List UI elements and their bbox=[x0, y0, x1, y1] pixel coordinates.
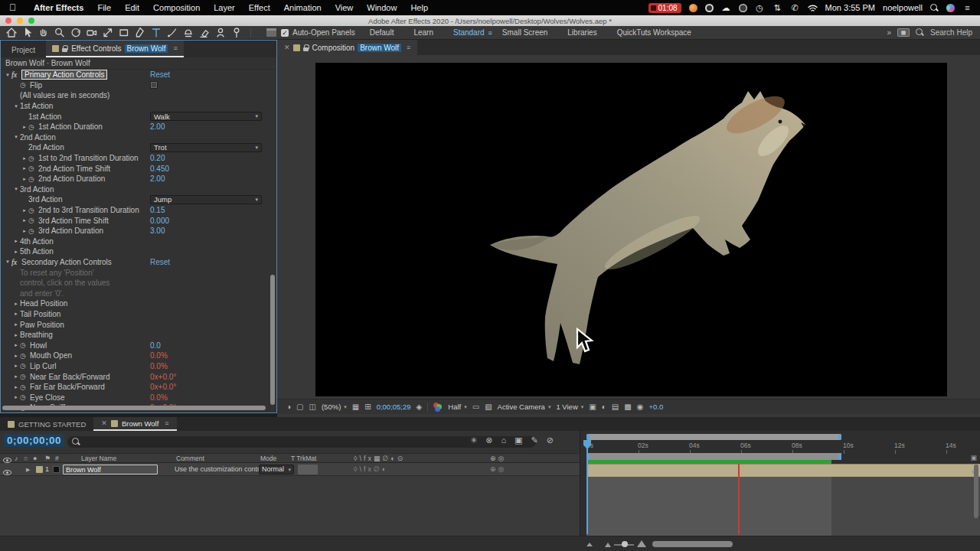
composition-mini-flowchart-icon[interactable]: ✳ bbox=[470, 435, 477, 445]
home-tool-icon[interactable] bbox=[3, 27, 19, 39]
param-value[interactable]: 0x+0.0° bbox=[150, 383, 176, 391]
param-value[interactable]: 0x+0.0° bbox=[150, 373, 176, 381]
twirl-closed-icon[interactable]: ▸ bbox=[12, 342, 20, 348]
tab-composition[interactable]: ✕ Composition Brown Wolf ≡ bbox=[277, 40, 417, 55]
workspace-tab-standard[interactable]: Standard bbox=[443, 28, 495, 37]
twirl-closed-icon[interactable]: ▸ bbox=[12, 353, 20, 359]
phone-icon[interactable]: ✆ bbox=[790, 3, 800, 13]
roto-brush-tool-icon[interactable] bbox=[212, 27, 228, 39]
transparency-grid-icon[interactable]: ▧ bbox=[485, 403, 492, 411]
layer-visibility-toggle[interactable] bbox=[3, 470, 11, 475]
twirl-closed-icon[interactable]: ▸ bbox=[12, 249, 20, 255]
pixel-aspect-icon[interactable]: ▣ bbox=[589, 403, 596, 411]
param-dropdown[interactable]: Walk▾ bbox=[150, 112, 262, 121]
menu-item-layer[interactable]: Layer bbox=[207, 3, 242, 12]
expand-toggle-icon[interactable] bbox=[586, 543, 593, 546]
panel-menu-icon[interactable]: ≡ bbox=[165, 419, 168, 427]
menu-item-view[interactable]: View bbox=[328, 3, 361, 12]
hide-shy-layers-icon[interactable]: ⌂ bbox=[501, 435, 506, 445]
menu-item-file[interactable]: File bbox=[90, 3, 118, 12]
share-frame-icon[interactable]: ◫ bbox=[309, 403, 316, 411]
stopwatch-icon[interactable]: ◷ bbox=[20, 383, 30, 391]
menu-bar-user[interactable]: noelpowell bbox=[883, 3, 923, 12]
effect-row-2nd-action-time-shift[interactable]: ▸◷2nd Action Time Shift0.450 bbox=[1, 163, 276, 174]
stopwatch-icon[interactable]: ◷ bbox=[28, 123, 38, 131]
twirl-closed-icon[interactable]: ▸ bbox=[21, 217, 28, 223]
effect-row-1st-to-2nd-transition-duration[interactable]: ▸◷1st to 2nd Transition Duration0.20 bbox=[1, 153, 276, 164]
param-value[interactable]: 0.0 bbox=[150, 341, 161, 350]
grid-guides-icon[interactable]: ▦ bbox=[352, 403, 359, 411]
layer-row[interactable]: ▶ 1 Brown Wolf Use the customization con… bbox=[0, 463, 580, 476]
effect-row-control-click-on-the-values[interactable]: control, click on the values bbox=[1, 278, 276, 289]
pen-tool-icon[interactable] bbox=[132, 27, 148, 39]
reset-link[interactable]: Reset bbox=[150, 258, 170, 266]
twirl-open-icon[interactable]: ▾ bbox=[4, 259, 11, 265]
menu-item-window[interactable]: Window bbox=[360, 3, 403, 12]
effect-row-3rd-action-time-shift[interactable]: ▸◷3rd Action Time Shift0.000 bbox=[1, 215, 276, 226]
param-value[interactable]: 3.00 bbox=[150, 227, 165, 235]
stopwatch-icon[interactable]: ◷ bbox=[20, 393, 30, 401]
type-tool-icon[interactable] bbox=[148, 27, 164, 39]
effect-row-near-ear-back-forward[interactable]: ▸◷Near Ear Back/Forward0x+0.0° bbox=[1, 371, 276, 382]
stopwatch-icon[interactable]: ◷ bbox=[28, 175, 38, 183]
ring-app-icon[interactable] bbox=[705, 4, 714, 12]
reset-exposure-icon[interactable]: ◉ bbox=[637, 403, 644, 411]
twirl-closed-icon[interactable]: ▸ bbox=[21, 228, 28, 234]
layer-switches-icons[interactable]: ◊\fx∅◐ bbox=[354, 463, 388, 476]
timeline-zoom-knob[interactable] bbox=[622, 541, 628, 547]
twirl-closed-icon[interactable]: ▸ bbox=[21, 165, 28, 171]
search-help-input[interactable]: Search Help bbox=[930, 28, 972, 37]
effect-row-3rd-action[interactable]: 3rd ActionJump▾ bbox=[1, 194, 276, 205]
workspace-tab-libraries[interactable]: Libraries bbox=[557, 28, 606, 37]
magnification-dropdown[interactable]: (50%)▾ bbox=[322, 403, 347, 411]
twirl-open-icon[interactable]: ▾ bbox=[12, 103, 20, 109]
workspace-overflow-icon[interactable]: » bbox=[887, 28, 891, 37]
comp-button-icon[interactable]: ▣ bbox=[970, 454, 977, 461]
playhead-line[interactable] bbox=[586, 440, 588, 534]
wifi-icon[interactable] bbox=[808, 3, 818, 13]
navigator-end-handle[interactable] bbox=[838, 434, 841, 440]
menu-item-after-effects[interactable]: After Effects bbox=[27, 3, 90, 12]
menu-item-help[interactable]: Help bbox=[403, 3, 435, 12]
timeline-tab-getting-started[interactable]: GETTING STARTED bbox=[0, 417, 93, 431]
effect-row-tail-position[interactable]: ▸Tail Position bbox=[1, 309, 276, 320]
apple-icon[interactable]: ︎ bbox=[9, 2, 16, 13]
stopwatch-icon[interactable]: ◷ bbox=[28, 207, 38, 214]
twirl-closed-icon[interactable]: ▸ bbox=[12, 311, 20, 317]
workspace-tab-default[interactable]: Default bbox=[360, 28, 404, 37]
preview-timecode[interactable]: 0;00;05;29 bbox=[377, 403, 411, 411]
hand-tool-icon[interactable] bbox=[35, 27, 51, 39]
effect-row-far-ear-back-forward[interactable]: ▸◷Far Ear Back/Forward0x+0.0° bbox=[1, 382, 276, 393]
param-value[interactable]: 2.00 bbox=[150, 122, 165, 131]
param-value[interactable]: 0.0% bbox=[150, 393, 168, 402]
fast-previews-icon[interactable]: ◐ bbox=[602, 403, 606, 411]
twirl-closed-icon[interactable]: ▸ bbox=[12, 373, 20, 380]
siri-icon[interactable] bbox=[946, 4, 955, 12]
layer-color-swatch[interactable] bbox=[36, 466, 43, 473]
layer-comment[interactable]: Use the customization controls bbox=[175, 463, 269, 476]
effect-row-and-enter-0-[interactable]: and enter '0'. bbox=[1, 288, 276, 298]
effect-row-1st-action-duration[interactable]: ▸◷1st Action Duration2.00 bbox=[1, 122, 276, 132]
current-time-field[interactable]: 0;00;00;00 bbox=[4, 434, 64, 447]
stopwatch-icon[interactable]: ◷ bbox=[20, 362, 30, 370]
updown-arrows-icon[interactable]: ⇅ bbox=[773, 3, 782, 13]
shape-tool-icon[interactable] bbox=[116, 27, 132, 39]
brush-tool-icon[interactable] bbox=[164, 27, 180, 39]
workspace-tab-small-screen[interactable]: Small Screen bbox=[492, 28, 557, 37]
time-navigator-bar[interactable] bbox=[586, 434, 841, 440]
close-tab-icon[interactable]: ✕ bbox=[284, 44, 290, 51]
effect-row-primary-action-controls[interactable]: ▾fxPrimary Action ControlsReset bbox=[1, 70, 276, 80]
effect-row-breathing[interactable]: ▸Breathing bbox=[1, 330, 276, 341]
search-help-icon[interactable] bbox=[916, 28, 924, 37]
twirl-closed-icon[interactable]: ▸ bbox=[21, 207, 28, 214]
effect-row--all-values-are-in-seconds-[interactable]: (All values are in seconds) bbox=[1, 90, 276, 101]
twirl-closed-icon[interactable]: ▸ bbox=[21, 124, 28, 130]
menu-item-edit[interactable]: Edit bbox=[118, 3, 146, 12]
clone-stamp-tool-icon[interactable] bbox=[180, 27, 196, 39]
effect-row-1st-action[interactable]: ▾1st Action bbox=[1, 101, 276, 112]
menu-item-composition[interactable]: Composition bbox=[146, 3, 207, 12]
effect-row-secondary-action-controls[interactable]: ▾fxSecondary Action ControlsReset bbox=[1, 257, 276, 268]
effect-row-paw-position[interactable]: ▸Paw Position bbox=[1, 319, 276, 330]
stopwatch-icon[interactable]: ◷ bbox=[28, 165, 38, 172]
eraser-tool-icon[interactable] bbox=[196, 27, 212, 39]
